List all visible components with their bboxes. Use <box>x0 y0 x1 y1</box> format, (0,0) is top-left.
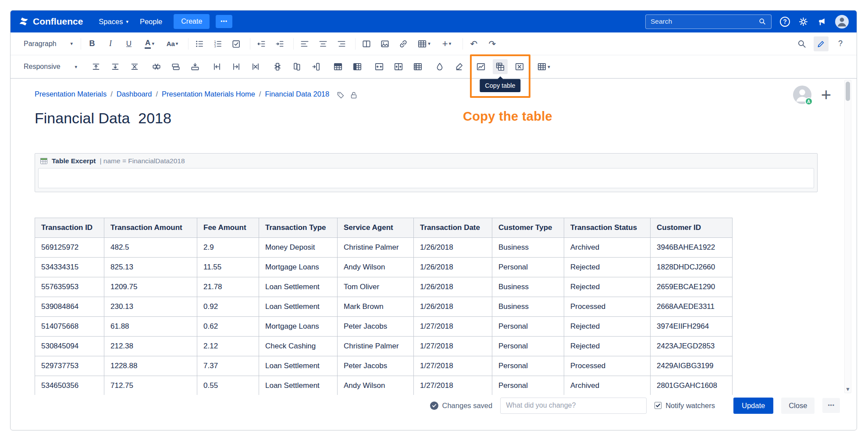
table-cell[interactable]: Archived <box>564 376 651 395</box>
paste-row-button[interactable] <box>188 59 203 74</box>
align-left-button[interactable] <box>297 36 312 51</box>
table-cell[interactable]: 7.37 <box>197 356 259 376</box>
table-cell[interactable]: Rejected <box>564 337 651 356</box>
bold-button[interactable]: B <box>85 36 100 51</box>
delete-table-button[interactable] <box>512 59 527 74</box>
paragraph-style-dropdown[interactable]: Paragraph▾ <box>19 37 77 50</box>
table-cell[interactable]: 2659EBCAE1290 <box>651 277 733 297</box>
text-color-dropdown[interactable]: A▾ <box>140 36 159 51</box>
add-content-button[interactable]: + <box>821 88 831 102</box>
table-cell[interactable]: 1/26/2018 <box>414 277 492 297</box>
notify-checkbox[interactable] <box>655 402 662 409</box>
paste-column-button[interactable] <box>309 59 324 74</box>
table-cell[interactable]: Andy Wilson <box>338 258 414 277</box>
table-cell[interactable]: Loan Settlement <box>259 277 338 297</box>
numbering-column-button[interactable] <box>410 59 425 74</box>
copy-column-button[interactable] <box>289 59 304 74</box>
table-cell[interactable]: 534650356 <box>35 376 104 395</box>
table-cell[interactable]: 1209.75 <box>104 277 197 297</box>
table-cell[interactable]: Loan Settlement <box>259 376 338 395</box>
table-cell[interactable]: 1/26/2018 <box>414 297 492 317</box>
table-cell[interactable]: 2668AAEDE3311 <box>651 297 733 317</box>
insert-column-after-button[interactable] <box>229 59 244 74</box>
table-cell[interactable]: Processed <box>564 297 651 317</box>
help-icon[interactable]: ? <box>780 17 790 27</box>
table-cell[interactable]: 61.88 <box>104 317 197 337</box>
table-options-dropdown[interactable]: ▾ <box>534 59 553 74</box>
breadcrumb-link[interactable]: Financial Data 2018 <box>265 90 329 98</box>
table-display-dropdown[interactable]: Responsive▾ <box>19 60 82 73</box>
table-cell[interactable]: 530845094 <box>35 337 104 356</box>
table-cell[interactable]: Tom Oliver <box>338 277 414 297</box>
table-cell[interactable]: 2423AJEGD2853 <box>651 337 733 356</box>
indent-button[interactable] <box>272 36 287 51</box>
settings-gear-icon[interactable] <box>798 17 808 27</box>
merge-cells-button[interactable] <box>372 59 387 74</box>
table-cell[interactable]: Andy Wilson <box>338 376 414 395</box>
table-cell[interactable]: Archived <box>564 238 651 258</box>
split-cells-button[interactable] <box>391 59 406 74</box>
task-list-button[interactable] <box>229 36 244 51</box>
table-cell[interactable]: 230.13 <box>104 297 197 317</box>
table-cell[interactable]: 2.12 <box>197 337 259 356</box>
table-cell[interactable]: Christine Palmer <box>338 238 414 258</box>
notify-watchers-toggle[interactable]: Notify watchers <box>655 402 715 410</box>
create-button[interactable]: Create <box>174 14 210 29</box>
table-cell[interactable]: 1/27/2018 <box>414 317 492 337</box>
insert-link-button[interactable] <box>396 36 411 51</box>
outdent-button[interactable] <box>254 36 269 51</box>
table-cell[interactable]: Check Cashing <box>259 337 338 356</box>
insert-more-dropdown[interactable]: + ▾ <box>437 36 456 51</box>
table-cell[interactable]: Personal <box>492 337 564 356</box>
scrollbar-thumb[interactable] <box>846 82 850 101</box>
table-cell[interactable]: Money Deposit <box>259 238 338 258</box>
table-cell[interactable]: 569125972 <box>35 238 104 258</box>
delete-row-button[interactable] <box>127 59 142 74</box>
table-cell[interactable]: 1828DHDCJ2660 <box>651 258 733 277</box>
update-button[interactable]: Update <box>733 398 773 414</box>
copy-row-button[interactable] <box>168 59 183 74</box>
footer-more-button[interactable]: ••• <box>822 398 840 413</box>
nav-item-spaces[interactable]: Spaces▾ <box>94 14 133 29</box>
table-cell[interactable]: 0.62 <box>197 317 259 337</box>
insert-row-below-button[interactable] <box>108 59 123 74</box>
table-cell[interactable]: Peter Jacobs <box>338 356 414 376</box>
table-cell[interactable]: Personal <box>492 356 564 376</box>
table-cell[interactable]: Christine Palmer <box>338 337 414 356</box>
table-cell[interactable]: 1/27/2018 <box>414 337 492 356</box>
header-row-button[interactable] <box>331 59 345 74</box>
table-cell[interactable]: 3974EIIFH2964 <box>651 317 733 337</box>
cut-row-button[interactable] <box>149 59 164 74</box>
table-cell[interactable]: 825.13 <box>104 258 197 277</box>
header-column-button[interactable] <box>350 59 365 74</box>
numbered-list-button[interactable]: 123 <box>210 36 225 51</box>
table-cell[interactable]: 11.55 <box>197 258 259 277</box>
table-cell[interactable]: 539084864 <box>35 297 104 317</box>
table-cell[interactable]: 534334315 <box>35 258 104 277</box>
confluence-logo[interactable]: Confluence <box>18 16 83 27</box>
bullet-list-button[interactable] <box>192 36 207 51</box>
underline-button[interactable]: U <box>121 36 136 51</box>
vertical-scrollbar[interactable]: ▼ <box>844 80 851 393</box>
labels-tag-icon[interactable] <box>336 91 345 100</box>
table-cell[interactable]: Mark Brown <box>338 297 414 317</box>
table-cell[interactable]: 712.75 <box>104 376 197 395</box>
macro-body[interactable] <box>38 168 814 188</box>
breadcrumb-link[interactable]: Dashboard <box>117 90 152 98</box>
cut-column-button[interactable] <box>270 59 285 74</box>
table-cell[interactable]: Mortgage Loans <box>259 258 338 277</box>
table-cell[interactable]: 21.78 <box>197 277 259 297</box>
close-button[interactable]: Close <box>781 398 815 414</box>
breadcrumb-link[interactable]: Presentation Materials <box>35 90 107 98</box>
table-cell[interactable]: Rejected <box>564 258 651 277</box>
author-avatar[interactable]: A <box>793 86 811 104</box>
table-cell[interactable]: Personal <box>492 258 564 277</box>
table-cell[interactable]: 529737753 <box>35 356 104 376</box>
user-avatar[interactable] <box>835 15 849 29</box>
restrictions-lock-icon[interactable] <box>349 91 358 100</box>
editor-help-button[interactable]: ? <box>833 36 848 51</box>
nav-item-people[interactable]: People <box>135 14 167 29</box>
delete-column-button[interactable] <box>248 59 263 74</box>
table-cell[interactable]: 1/27/2018 <box>414 356 492 376</box>
table-cell[interactable]: 1/26/2018 <box>414 258 492 277</box>
